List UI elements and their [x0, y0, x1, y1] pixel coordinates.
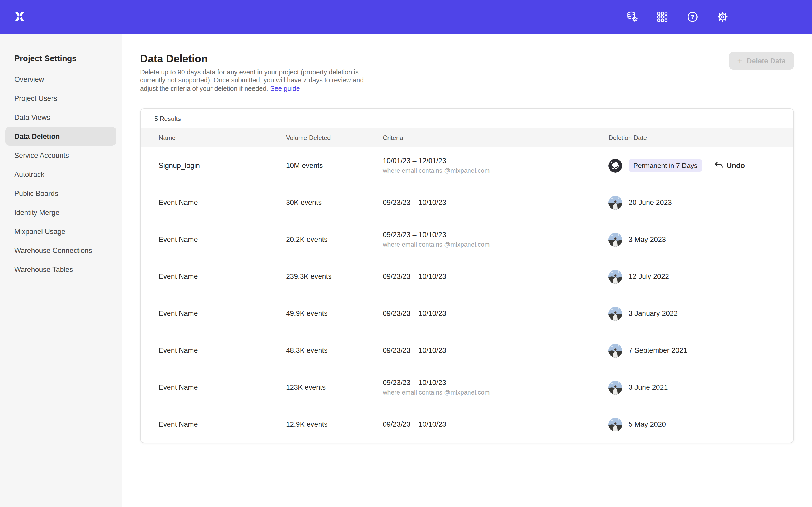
- row-name: Event Name: [159, 332, 198, 369]
- sidebar-item-overview[interactable]: Overview: [5, 70, 116, 89]
- table-row: Event Name 20.2K events 09/23/23 – 10/10…: [141, 221, 794, 258]
- table-header-row: Name Volume Deleted Criteria Deletion Da…: [141, 128, 794, 147]
- sidebar-title: Project Settings: [0, 34, 121, 64]
- sidebar-item-project-users[interactable]: Project Users: [5, 89, 116, 108]
- undo-label: Undo: [727, 162, 745, 170]
- page-description-text: Delete up to 90 days data for any event …: [140, 69, 364, 93]
- row-deletion-cell: 3 May 2023: [608, 221, 794, 258]
- row-deletion-date: 7 September 2021: [628, 346, 687, 354]
- row-criteria-note: where email contains @mixpanel.com: [383, 389, 490, 396]
- row-deletion-date: 3 June 2021: [628, 383, 668, 391]
- row-criteria: 09/23/23 – 10/10/23: [383, 420, 446, 428]
- column-header-volume-deleted: Volume Deleted: [286, 128, 331, 147]
- data-management-icon[interactable]: [626, 11, 639, 23]
- row-deletion-cell: 12 July 2022: [608, 258, 794, 295]
- row-volume: 12.9K events: [286, 406, 328, 443]
- table-row: Event Name 48.3K events 09/23/23 – 10/10…: [141, 332, 794, 369]
- row-deletion-cell: Permanent in 7 Days Undo: [608, 147, 794, 184]
- row-volume: 10M events: [286, 147, 323, 184]
- user-avatar: [608, 306, 622, 320]
- row-criteria-cell: 09/23/23 – 10/10/23: [383, 258, 446, 295]
- row-criteria: 10/01/23 – 12/01/23: [383, 157, 446, 165]
- row-criteria-cell: 09/23/23 – 10/10/23: [383, 295, 446, 332]
- user-avatar: [608, 196, 622, 209]
- table-row: Event Name 49.9K events 09/23/23 – 10/10…: [141, 295, 794, 332]
- row-deletion-date: 12 July 2022: [628, 273, 669, 280]
- row-criteria-cell: 09/23/23 – 10/10/23 where email contains…: [383, 369, 490, 406]
- sidebar-item-mixpanel-usage[interactable]: Mixpanel Usage: [5, 222, 116, 241]
- user-avatar: [608, 233, 622, 246]
- row-deletion-cell: 3 June 2021: [608, 369, 794, 406]
- table-row: Signup_login 10M events 10/01/23 – 12/01…: [141, 147, 794, 184]
- row-deletion-cell: 3 January 2022: [608, 295, 794, 332]
- sidebar-item-warehouse-connections[interactable]: Warehouse Connections: [5, 241, 116, 260]
- row-volume: 49.9K events: [286, 295, 328, 332]
- sidebar-nav: OverviewProject UsersData ViewsData Dele…: [0, 70, 121, 279]
- table-row: Event Name 12.9K events 09/23/23 – 10/10…: [141, 406, 794, 443]
- row-criteria-cell: 09/23/23 – 10/10/23 where email contains…: [383, 221, 490, 258]
- row-name: Event Name: [159, 369, 198, 406]
- user-avatar: [608, 417, 622, 431]
- sidebar-item-data-deletion[interactable]: Data Deletion: [5, 127, 116, 146]
- row-name: Signup_login: [159, 147, 200, 184]
- row-volume: 123K events: [286, 369, 326, 406]
- row-name: Event Name: [159, 184, 198, 221]
- row-criteria-cell: 10/01/23 – 12/01/23 where email contains…: [383, 147, 490, 184]
- sidebar-item-identity-merge[interactable]: Identity Merge: [5, 203, 116, 222]
- main-content: Data Deletion Delete up to 90 days data …: [121, 34, 812, 507]
- row-criteria: 09/23/23 – 10/10/23: [383, 273, 446, 280]
- settings-gear-icon[interactable]: [716, 11, 729, 23]
- see-guide-link[interactable]: See guide: [270, 85, 300, 93]
- user-avatar: [608, 344, 622, 357]
- sidebar: Project Settings OverviewProject UsersDa…: [0, 34, 121, 507]
- plus-icon: +: [737, 56, 743, 65]
- row-name: Event Name: [159, 295, 198, 332]
- sidebar-item-data-views[interactable]: Data Views: [5, 108, 116, 127]
- undo-icon: [714, 162, 723, 170]
- mixpanel-logo-icon[interactable]: X: [13, 10, 26, 24]
- row-volume: 239.3K events: [286, 258, 332, 295]
- page-title: Data Deletion: [140, 52, 208, 65]
- topbar: X: [0, 0, 812, 34]
- app-window: X: [0, 0, 812, 507]
- delete-data-label: Delete Data: [747, 57, 785, 65]
- table-row: Event Name 30K events 09/23/23 – 10/10/2…: [141, 184, 794, 221]
- table-row: Event Name 123K events 09/23/23 – 10/10/…: [141, 369, 794, 406]
- row-name: Event Name: [159, 258, 198, 295]
- sidebar-item-autotrack[interactable]: Autotrack: [5, 165, 116, 184]
- row-criteria: 09/23/23 – 10/10/23: [383, 199, 446, 207]
- sidebar-item-warehouse-tables[interactable]: Warehouse Tables: [5, 260, 116, 279]
- user-avatar: [608, 270, 622, 283]
- column-header-deletion-date: Deletion Date: [608, 128, 647, 147]
- row-criteria: 09/23/23 – 10/10/23: [383, 379, 446, 387]
- row-name: Event Name: [159, 406, 198, 443]
- deletion-table-card: 5 Results Name Volume Deleted Criteria D…: [140, 108, 794, 443]
- permanent-badge: Permanent in 7 Days: [628, 160, 702, 172]
- help-icon[interactable]: ?: [686, 11, 699, 23]
- row-deletion-cell: 5 May 2020: [608, 406, 794, 443]
- row-name: Event Name: [159, 221, 198, 258]
- row-deletion-cell: 7 September 2021: [608, 332, 794, 369]
- user-avatar: [608, 381, 622, 394]
- row-criteria: 09/23/23 – 10/10/23: [383, 346, 446, 354]
- results-count: 5 Results: [141, 109, 794, 128]
- svg-text:?: ?: [691, 14, 694, 20]
- row-criteria-cell: 09/23/23 – 10/10/23: [383, 406, 446, 443]
- delete-data-button[interactable]: + Delete Data: [729, 52, 794, 70]
- topbar-icon-group: ?: [626, 0, 729, 34]
- row-deletion-cell: 20 June 2023: [608, 184, 794, 221]
- row-volume: 30K events: [286, 184, 322, 221]
- apps-grid-icon[interactable]: [656, 11, 669, 23]
- row-deletion-date: 3 May 2023: [628, 235, 666, 243]
- table-body: Signup_login 10M events 10/01/23 – 12/01…: [141, 147, 794, 443]
- sidebar-item-public-boards[interactable]: Public Boards: [5, 184, 116, 203]
- user-avatar: [608, 159, 622, 172]
- column-header-name: Name: [159, 128, 175, 147]
- row-criteria-note: where email contains @mixpanel.com: [383, 167, 490, 174]
- page-description: Delete up to 90 days data for any event …: [140, 69, 373, 93]
- sidebar-item-service-accounts[interactable]: Service Accounts: [5, 146, 116, 165]
- row-volume: 48.3K events: [286, 332, 328, 369]
- row-criteria-note: where email contains @mixpanel.com: [383, 241, 490, 248]
- undo-button[interactable]: Undo: [714, 162, 745, 170]
- row-criteria: 09/23/23 – 10/10/23: [383, 309, 446, 318]
